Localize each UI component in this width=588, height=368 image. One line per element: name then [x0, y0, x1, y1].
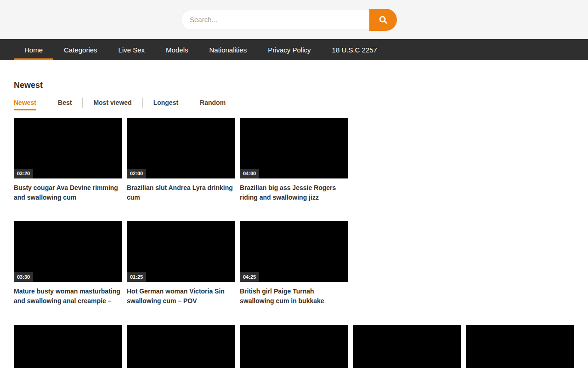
video-thumbnail[interactable]	[466, 325, 574, 368]
video-card[interactable]	[14, 325, 122, 368]
tab-random[interactable]: Random	[189, 99, 236, 106]
top-header	[0, 0, 588, 39]
nav-item-18-usc-2257[interactable]: 18 U.S.C 2257	[322, 39, 388, 60]
video-thumbnail[interactable]: 04:25	[240, 221, 348, 282]
duration-badge: 03:20	[14, 169, 33, 178]
video-thumbnail[interactable]: 03:20	[14, 118, 122, 178]
nav-item-categories[interactable]: Categories	[53, 39, 108, 60]
video-thumbnail[interactable]: 04:00	[240, 118, 348, 178]
duration-badge: 03:30	[14, 272, 33, 282]
search-input[interactable]	[181, 10, 369, 30]
main-content: Newest Newest Best Most viewed Longest R…	[0, 80, 588, 368]
duration-badge: 04:00	[240, 169, 259, 178]
video-thumbnail[interactable]	[127, 325, 235, 368]
video-thumbnail[interactable]	[14, 325, 122, 368]
tab-newest[interactable]: Newest	[14, 99, 47, 106]
video-card[interactable]	[127, 325, 235, 368]
duration-badge: 02:00	[127, 169, 146, 178]
video-card[interactable]: 03:20 Busty cougar Ava Devine rimming an…	[14, 118, 122, 207]
video-thumbnail[interactable]	[353, 325, 461, 368]
duration-badge: 04:25	[240, 272, 259, 282]
video-row-3	[14, 325, 574, 368]
video-card[interactable]: 01:25 Hot German woman Victoria Sin swal…	[127, 221, 235, 310]
nav-item-privacy-policy[interactable]: Privacy Policy	[257, 39, 321, 60]
main-nav: Home Categories Live Sex Models National…	[0, 39, 588, 60]
tab-most-viewed[interactable]: Most viewed	[83, 99, 142, 106]
video-thumbnail[interactable]: 02:00	[127, 118, 235, 178]
video-thumbnail[interactable]	[240, 325, 348, 368]
search-bar	[181, 9, 397, 31]
tab-longest[interactable]: Longest	[143, 99, 189, 106]
video-thumbnail[interactable]: 01:25	[127, 221, 235, 282]
nav-item-nationalities[interactable]: Nationalities	[198, 39, 257, 60]
nav-item-models[interactable]: Models	[155, 39, 198, 60]
page-title: Newest	[14, 80, 574, 90]
video-card[interactable]	[466, 325, 574, 368]
video-card[interactable]: 04:25 British girl Paige Turnah swallowi…	[240, 221, 348, 310]
video-card[interactable]	[240, 325, 348, 368]
video-title[interactable]: Brazilian slut Andrea Lyra drinking cum	[127, 183, 235, 207]
search-icon	[378, 15, 388, 25]
search-button[interactable]	[369, 9, 397, 31]
nav-item-home[interactable]: Home	[14, 39, 53, 60]
video-card[interactable]: 03:30 Mature busty woman masturbating an…	[14, 221, 122, 310]
video-title[interactable]: Mature busty woman masturbating and swal…	[14, 287, 122, 310]
tab-best[interactable]: Best	[47, 99, 82, 106]
video-title[interactable]: Hot German woman Victoria Sin swallowing…	[127, 287, 235, 310]
video-title[interactable]: British girl Paige Turnah swallowing cum…	[240, 287, 348, 310]
sort-tabs: Newest Best Most viewed Longest Random	[14, 98, 574, 108]
video-thumbnail[interactable]: 03:30	[14, 221, 122, 282]
video-title[interactable]: Brazilian big ass Jessie Rogers riding a…	[240, 183, 348, 207]
nav-item-live-sex[interactable]: Live Sex	[108, 39, 156, 60]
video-row-2: 03:30 Mature busty woman masturbating an…	[14, 221, 574, 310]
video-card[interactable]	[353, 325, 461, 368]
video-card[interactable]: 04:00 Brazilian big ass Jessie Rogers ri…	[240, 118, 348, 207]
video-row-1: 03:20 Busty cougar Ava Devine rimming an…	[14, 118, 574, 207]
duration-badge: 01:25	[127, 272, 146, 282]
video-card[interactable]: 02:00 Brazilian slut Andrea Lyra drinkin…	[127, 118, 235, 207]
video-title[interactable]: Busty cougar Ava Devine rimming and swal…	[14, 183, 122, 207]
